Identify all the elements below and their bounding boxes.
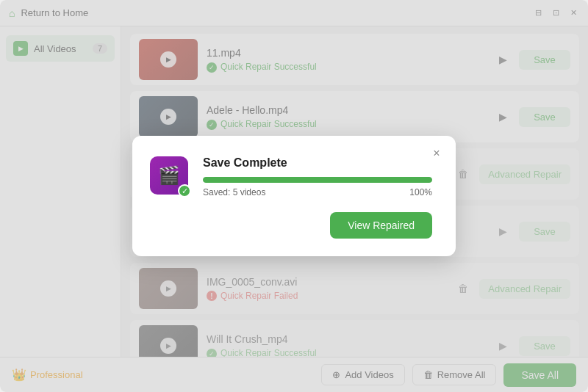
modal-footer: View Repaired [150,212,432,239]
progress-percent: 100% [409,187,432,197]
success-badge-icon: ✓ [178,184,191,197]
modal-icon: 🎬 ✓ [150,156,191,197]
modal-close-button[interactable]: × [428,145,445,162]
modal-body: 🎬 ✓ Save Complete Saved: 5 videos 100% [150,156,432,197]
saved-text: Saved: 5 videos [203,187,265,197]
save-complete-modal: × 🎬 ✓ Save Complete Saved: 5 videos 100% [132,136,456,256]
app-window: ⌂ Return to Home ⊟ ⊡ ✕ All Videos 7 [0,0,588,392]
progress-info: Saved: 5 videos 100% [203,187,432,197]
view-repaired-button[interactable]: View Repaired [330,212,432,239]
modal-content: Save Complete Saved: 5 videos 100% [203,156,432,197]
modal-overlay: × 🎬 ✓ Save Complete Saved: 5 videos 100% [0,0,588,392]
modal-title: Save Complete [203,156,432,170]
progress-bar-fill [203,177,432,183]
progress-bar-background [203,177,432,183]
